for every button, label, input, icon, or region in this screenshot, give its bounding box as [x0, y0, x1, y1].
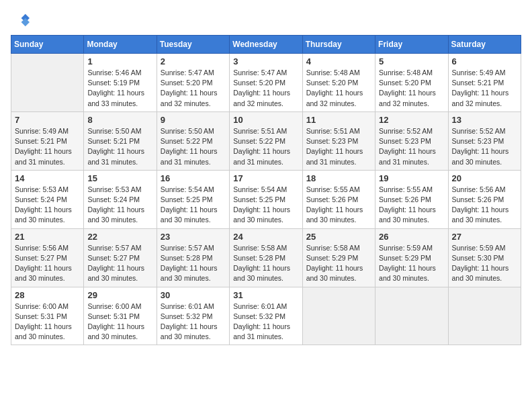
day-cell: 24Sunrise: 5:58 AMSunset: 5:28 PMDayligh… [230, 228, 302, 287]
day-info: Sunrise: 5:50 AMSunset: 5:21 PMDaylight:… [87, 126, 152, 167]
day-cell: 12Sunrise: 5:52 AMSunset: 5:23 PMDayligh… [375, 111, 448, 170]
day-cell: 3Sunrise: 5:47 AMSunset: 5:20 PMDaylight… [230, 54, 302, 112]
day-info: Sunrise: 5:51 AMSunset: 5:22 PMDaylight:… [233, 126, 298, 167]
day-info: Sunrise: 5:58 AMSunset: 5:28 PMDaylight:… [233, 243, 298, 284]
day-cell: 17Sunrise: 5:54 AMSunset: 5:25 PMDayligh… [230, 170, 302, 228]
day-number: 11 [306, 115, 371, 125]
day-number: 26 [379, 232, 444, 242]
svg-marker-2 [21, 18, 30, 26]
day-number: 20 [452, 173, 517, 183]
day-info: Sunrise: 5:53 AMSunset: 5:24 PMDaylight:… [87, 185, 152, 226]
day-info: Sunrise: 5:52 AMSunset: 5:23 PMDaylight:… [452, 126, 517, 167]
logo [11, 11, 32, 30]
day-info: Sunrise: 5:57 AMSunset: 5:27 PMDaylight:… [87, 243, 152, 284]
header-monday: Monday [84, 36, 157, 54]
day-cell: 18Sunrise: 5:55 AMSunset: 5:26 PMDayligh… [302, 170, 375, 228]
day-cell: 4Sunrise: 5:48 AMSunset: 5:20 PMDaylight… [302, 54, 375, 112]
day-info: Sunrise: 5:55 AMSunset: 5:26 PMDaylight:… [306, 185, 371, 226]
day-info: Sunrise: 5:54 AMSunset: 5:25 PMDaylight:… [161, 185, 226, 226]
day-info: Sunrise: 5:57 AMSunset: 5:28 PMDaylight:… [161, 243, 226, 284]
day-cell: 13Sunrise: 5:52 AMSunset: 5:23 PMDayligh… [448, 111, 521, 170]
header-saturday: Saturday [448, 36, 521, 54]
day-info: Sunrise: 5:49 AMSunset: 5:21 PMDaylight:… [452, 68, 517, 109]
header-row: SundayMondayTuesdayWednesdayThursdayFrid… [11, 36, 521, 54]
day-cell: 26Sunrise: 5:59 AMSunset: 5:29 PMDayligh… [375, 228, 448, 287]
day-cell: 1Sunrise: 5:46 AMSunset: 5:19 PMDaylight… [84, 54, 157, 112]
day-info: Sunrise: 5:46 AMSunset: 5:19 PMDaylight:… [87, 68, 152, 109]
day-cell: 7Sunrise: 5:49 AMSunset: 5:21 PMDaylight… [11, 111, 84, 170]
day-cell: 9Sunrise: 5:50 AMSunset: 5:22 PMDaylight… [157, 111, 229, 170]
day-number: 8 [87, 115, 152, 125]
day-number: 28 [15, 290, 80, 300]
day-number: 30 [161, 290, 226, 300]
header-wednesday: Wednesday [230, 36, 302, 54]
day-info: Sunrise: 6:00 AMSunset: 5:31 PMDaylight:… [87, 302, 152, 342]
day-number: 1 [87, 56, 152, 66]
day-info: Sunrise: 5:47 AMSunset: 5:20 PMDaylight:… [161, 68, 226, 109]
day-cell: 10Sunrise: 5:51 AMSunset: 5:22 PMDayligh… [230, 111, 302, 170]
day-number: 18 [306, 173, 371, 183]
header-sunday: Sunday [11, 36, 84, 54]
day-number: 13 [452, 115, 517, 125]
day-info: Sunrise: 5:50 AMSunset: 5:22 PMDaylight:… [161, 126, 226, 167]
day-info: Sunrise: 5:59 AMSunset: 5:30 PMDaylight:… [452, 243, 517, 284]
day-cell: 21Sunrise: 5:56 AMSunset: 5:27 PMDayligh… [11, 228, 84, 287]
day-info: Sunrise: 5:56 AMSunset: 5:27 PMDaylight:… [15, 243, 80, 284]
week-row-3: 14Sunrise: 5:53 AMSunset: 5:24 PMDayligh… [11, 170, 521, 228]
day-info: Sunrise: 6:01 AMSunset: 5:32 PMDaylight:… [161, 302, 226, 342]
page-header [11, 11, 521, 30]
header-friday: Friday [375, 36, 448, 54]
day-cell: 22Sunrise: 5:57 AMSunset: 5:27 PMDayligh… [84, 228, 157, 287]
day-number: 6 [452, 56, 517, 66]
day-cell: 11Sunrise: 5:51 AMSunset: 5:23 PMDayligh… [302, 111, 375, 170]
day-number: 29 [87, 290, 152, 300]
day-number: 3 [233, 56, 298, 66]
day-number: 23 [161, 232, 226, 242]
day-number: 27 [452, 232, 517, 242]
header-tuesday: Tuesday [157, 36, 229, 54]
day-number: 12 [379, 115, 444, 125]
day-cell: 28Sunrise: 6:00 AMSunset: 5:31 PMDayligh… [11, 287, 84, 345]
day-cell: 19Sunrise: 5:55 AMSunset: 5:26 PMDayligh… [375, 170, 448, 228]
week-row-1: 1Sunrise: 5:46 AMSunset: 5:19 PMDaylight… [11, 54, 521, 112]
day-cell: 30Sunrise: 6:01 AMSunset: 5:32 PMDayligh… [157, 287, 229, 345]
day-cell: 16Sunrise: 5:54 AMSunset: 5:25 PMDayligh… [157, 170, 229, 228]
day-number: 2 [161, 56, 226, 66]
day-info: Sunrise: 5:59 AMSunset: 5:29 PMDaylight:… [379, 243, 444, 284]
day-info: Sunrise: 5:54 AMSunset: 5:25 PMDaylight:… [233, 185, 298, 226]
day-number: 31 [233, 290, 298, 300]
day-cell [375, 287, 448, 345]
day-info: Sunrise: 6:00 AMSunset: 5:31 PMDaylight:… [15, 302, 80, 342]
header-thursday: Thursday [302, 36, 375, 54]
day-cell: 31Sunrise: 6:01 AMSunset: 5:32 PMDayligh… [230, 287, 302, 345]
day-number: 17 [233, 173, 298, 183]
day-cell: 2Sunrise: 5:47 AMSunset: 5:20 PMDaylight… [157, 54, 229, 112]
day-cell: 23Sunrise: 5:57 AMSunset: 5:28 PMDayligh… [157, 228, 229, 287]
day-info: Sunrise: 6:01 AMSunset: 5:32 PMDaylight:… [233, 302, 298, 342]
day-number: 10 [233, 115, 298, 125]
day-cell [448, 287, 521, 345]
day-info: Sunrise: 5:56 AMSunset: 5:26 PMDaylight:… [452, 185, 517, 226]
day-cell [11, 54, 84, 112]
day-info: Sunrise: 5:47 AMSunset: 5:20 PMDaylight:… [233, 68, 298, 109]
week-row-2: 7Sunrise: 5:49 AMSunset: 5:21 PMDaylight… [11, 111, 521, 170]
day-cell: 25Sunrise: 5:58 AMSunset: 5:29 PMDayligh… [302, 228, 375, 287]
day-cell: 29Sunrise: 6:00 AMSunset: 5:31 PMDayligh… [84, 287, 157, 345]
day-cell: 20Sunrise: 5:56 AMSunset: 5:26 PMDayligh… [448, 170, 521, 228]
day-info: Sunrise: 5:58 AMSunset: 5:29 PMDaylight:… [306, 243, 371, 284]
day-number: 19 [379, 173, 444, 183]
day-info: Sunrise: 5:52 AMSunset: 5:23 PMDaylight:… [379, 126, 444, 167]
day-number: 22 [87, 232, 152, 242]
day-number: 4 [306, 56, 371, 66]
day-number: 15 [87, 173, 152, 183]
day-number: 21 [15, 232, 80, 242]
day-info: Sunrise: 5:53 AMSunset: 5:24 PMDaylight:… [15, 185, 80, 226]
day-info: Sunrise: 5:55 AMSunset: 5:26 PMDaylight:… [379, 185, 444, 226]
day-number: 7 [15, 115, 80, 125]
day-cell: 5Sunrise: 5:48 AMSunset: 5:20 PMDaylight… [375, 54, 448, 112]
day-number: 25 [306, 232, 371, 242]
day-info: Sunrise: 5:48 AMSunset: 5:20 PMDaylight:… [306, 68, 371, 109]
day-number: 5 [379, 56, 444, 66]
day-info: Sunrise: 5:49 AMSunset: 5:21 PMDaylight:… [15, 126, 80, 167]
day-cell [302, 287, 375, 345]
